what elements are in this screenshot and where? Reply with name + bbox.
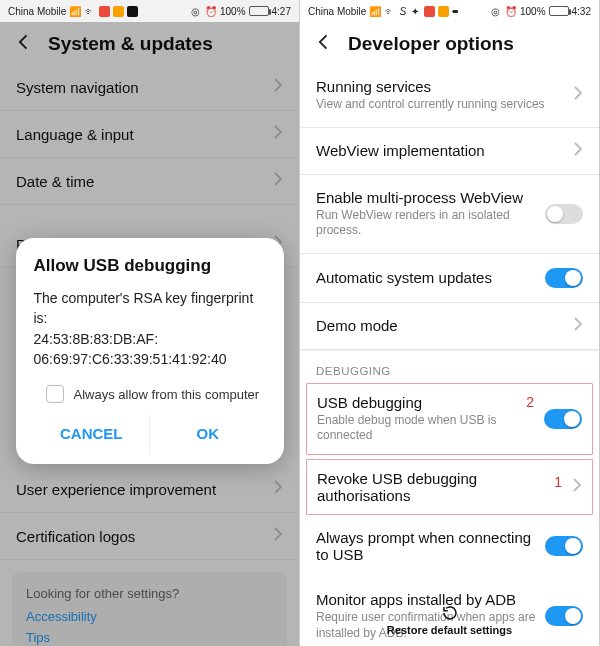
always-allow-check[interactable]: Always allow from this computer: [46, 385, 266, 403]
alarm-icon: ⏰: [505, 5, 517, 17]
battery-icon: [249, 6, 269, 16]
toggle-multiprocess[interactable]: [545, 204, 583, 224]
page-header: Developer options: [300, 22, 599, 64]
dialog-scrim: Allow USB debugging The computer's RSA k…: [0, 22, 299, 646]
back-icon[interactable]: [314, 32, 334, 56]
app-icon-orange: [113, 6, 124, 17]
chevron-right-icon: [573, 317, 583, 335]
right-phone: China Mobile 📶 ᯤ S ✦ ••• ◎ ⏰ 100% 4:32 D…: [300, 0, 600, 646]
app-icon-red: [424, 6, 435, 17]
dialog-fingerprint-1: 24:53:8B:83:DB:AF:: [34, 329, 266, 349]
row-webview-impl[interactable]: WebView implementation: [300, 128, 599, 175]
row-sublabel: View and control currently running servi…: [316, 97, 573, 113]
alarm-icon: ⏰: [205, 5, 217, 17]
toggle-auto-updates[interactable]: [545, 268, 583, 288]
app-icon-red: [99, 6, 110, 17]
dialog-fingerprint-2: 06:69:97:C6:33:39:51:41:92:40: [34, 349, 266, 369]
toggle-usb-debugging[interactable]: [544, 409, 582, 429]
chevron-right-icon: [573, 142, 583, 160]
dialog-text: The computer's RSA key fingerprint is:: [34, 288, 266, 329]
row-sublabel: Enable debug mode when USB is connected: [317, 413, 544, 444]
section-debugging: DEBUGGING: [300, 350, 599, 383]
restore-defaults-button[interactable]: Restore default settings: [300, 598, 599, 642]
annotation-1: 1: [554, 474, 562, 490]
row-label: Running services: [316, 78, 573, 95]
battery-pct: 100%: [220, 6, 246, 17]
battery-pct: 100%: [520, 6, 546, 17]
carrier-label: China Mobile: [8, 6, 66, 17]
row-revoke-auth[interactable]: Revoke USB debugging authorisations 1: [306, 459, 593, 515]
row-multiprocess-webview[interactable]: Enable multi-process WebView Run WebView…: [300, 175, 599, 254]
row-running-services[interactable]: Running services View and control curren…: [300, 64, 599, 128]
row-label: Demo mode: [316, 317, 573, 334]
left-phone: China Mobile 📶 ᯤ ◎ ⏰ 100% 4:27 System & …: [0, 0, 300, 646]
checkbox-label: Always allow from this computer: [74, 387, 260, 402]
row-label: Enable multi-process WebView: [316, 189, 545, 206]
row-label: Revoke USB debugging authorisations: [317, 470, 572, 504]
wifi-icon: ᯤ: [384, 5, 396, 17]
page-title: Developer options: [348, 33, 514, 55]
row-usb-debugging[interactable]: USB debugging Enable debug mode when USB…: [306, 383, 593, 455]
chevron-right-icon: [573, 86, 583, 104]
wifi-icon: ᯤ: [84, 5, 96, 17]
row-label: Automatic system updates: [316, 269, 545, 286]
checkbox-icon[interactable]: [46, 385, 64, 403]
eye-icon: ◎: [490, 5, 502, 17]
dialog-body: The computer's RSA key fingerprint is: 2…: [34, 288, 266, 369]
status-bar: China Mobile 📶 ᯤ S ✦ ••• ◎ ⏰ 100% 4:32: [300, 0, 599, 22]
battery-icon: [549, 6, 569, 16]
usb-debugging-dialog: Allow USB debugging The computer's RSA k…: [16, 238, 284, 464]
toggle-always-prompt[interactable]: [545, 536, 583, 556]
eye-icon: ◎: [190, 5, 202, 17]
signal-icon: 📶: [369, 5, 381, 17]
signal-icon: 📶: [69, 5, 81, 17]
annotation-2: 2: [526, 394, 534, 410]
row-always-prompt[interactable]: Always prompt when connecting to USB: [300, 515, 599, 577]
row-sublabel: Run WebView renders in an isolated proce…: [316, 208, 545, 239]
ok-button[interactable]: OK: [149, 413, 266, 454]
carrier-label: China Mobile: [308, 6, 366, 17]
restore-label: Restore default settings: [387, 624, 512, 636]
row-label: Always prompt when connecting to USB: [316, 529, 545, 563]
app-icon-black: [127, 6, 138, 17]
row-label: WebView implementation: [316, 142, 573, 159]
dialog-title: Allow USB debugging: [34, 256, 266, 276]
row-demo-mode[interactable]: Demo mode: [300, 303, 599, 350]
row-auto-updates[interactable]: Automatic system updates: [300, 254, 599, 303]
app-icon-orange: [438, 6, 449, 17]
row-label: USB debugging: [317, 394, 544, 411]
status-bar: China Mobile 📶 ᯤ ◎ ⏰ 100% 4:27: [0, 0, 299, 22]
cancel-button[interactable]: CANCEL: [34, 413, 150, 454]
chevron-right-icon: [572, 478, 582, 496]
clock: 4:32: [572, 6, 591, 17]
clock: 4:27: [272, 6, 291, 17]
